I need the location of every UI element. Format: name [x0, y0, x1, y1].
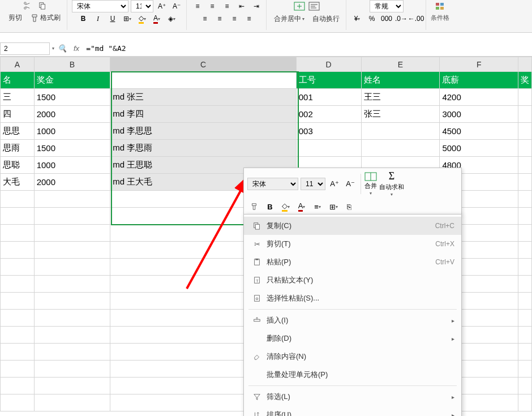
- svg-text:T: T: [256, 279, 259, 283]
- align-top-button[interactable]: ≡: [191, 0, 204, 12]
- menu-separator: [248, 309, 457, 310]
- svg-rect-4: [436, 3, 439, 6]
- menu-paste-special[interactable]: 选择性粘贴(S)...: [244, 289, 461, 307]
- menu-paste[interactable]: 粘贴(P) Ctrl+V: [244, 253, 461, 271]
- merge-center-button[interactable]: 合并居中▾: [271, 12, 307, 25]
- menu-batch[interactable]: 批量处理单元格(P): [244, 366, 461, 384]
- cell[interactable]: 工号: [296, 72, 361, 89]
- merge-icon[interactable]: [293, 0, 306, 12]
- increase-decimal-button[interactable]: ←.00: [410, 12, 422, 25]
- menu-clear[interactable]: 清除内容(N): [244, 348, 461, 366]
- menu-delete[interactable]: 删除(D) ▸: [244, 329, 461, 348]
- eraser-icon: [251, 353, 263, 361]
- menu-cut[interactable]: ✂ 剪切(T) Ctrl+X: [244, 235, 461, 253]
- align-bottom-button[interactable]: ≡: [221, 0, 233, 12]
- column-headers: A B C D E F: [1, 57, 532, 72]
- cell[interactable]: [110, 72, 296, 89]
- cut-icon: ✂: [251, 240, 263, 248]
- paste-icon: [251, 258, 263, 266]
- svg-point-18: [256, 298, 258, 300]
- percent-button[interactable]: %: [366, 12, 378, 25]
- col-head-F[interactable]: F: [440, 57, 518, 72]
- mini-decrease-font[interactable]: A⁻: [344, 178, 357, 190]
- mini-fill-color[interactable]: ◇▾: [279, 200, 293, 213]
- justify-button[interactable]: ≡: [243, 12, 255, 25]
- menu-sort[interactable]: 排序(U) ▸: [244, 406, 461, 416]
- mini-increase-font[interactable]: A⁺: [328, 178, 341, 190]
- alignment-group: ≡ ≡ ≡ ⇤ ⇥ ≡ ≡ ≡ ≡: [188, 0, 267, 30]
- align-center-button[interactable]: ≡: [213, 12, 226, 25]
- wrap-icon[interactable]: [308, 0, 320, 12]
- svg-rect-1: [41, 4, 45, 9]
- name-box[interactable]: [0, 42, 50, 55]
- mini-font-select[interactable]: 宋体: [247, 178, 298, 190]
- cell[interactable]: 奖金: [34, 72, 110, 89]
- align-middle-button[interactable]: ≡: [206, 0, 218, 12]
- cut-button[interactable]: [20, 0, 33, 11]
- mini-insert[interactable]: ⎘: [342, 200, 356, 213]
- conditional-format-label: 条件格: [431, 14, 449, 22]
- brush-icon: [250, 203, 258, 211]
- col-head-A[interactable]: A: [1, 57, 35, 72]
- menu-paste-text[interactable]: T 只粘贴文本(Y): [244, 271, 461, 289]
- font-name-select[interactable]: 宋体: [72, 0, 128, 12]
- chevron-right-icon: ▸: [452, 318, 454, 324]
- mini-align[interactable]: ≡▾: [311, 200, 324, 213]
- bold-button[interactable]: B: [77, 12, 89, 25]
- mini-merge-button[interactable]: 合并▾: [364, 172, 377, 196]
- decrease-font-button[interactable]: A⁻: [170, 0, 183, 12]
- svg-rect-12: [255, 224, 259, 229]
- wrap-text-button[interactable]: 自动换行: [310, 12, 342, 25]
- copy-button[interactable]: [36, 0, 49, 11]
- cut-label: 剪切: [6, 11, 25, 24]
- cell[interactable]: 名: [1, 72, 35, 89]
- cell[interactable]: 底薪: [440, 72, 518, 89]
- col-head-C[interactable]: C: [110, 57, 296, 72]
- menu-copy[interactable]: 复制(C) Ctrl+C: [244, 217, 461, 235]
- col-head-G[interactable]: [518, 57, 531, 72]
- menu-filter[interactable]: 筛选(L) ▸: [244, 388, 461, 406]
- mini-format-painter[interactable]: [247, 200, 261, 213]
- font-size-select[interactable]: 11: [131, 0, 153, 12]
- formula-bar: ▾ 🔍 fx: [0, 41, 532, 57]
- currency-button[interactable]: ¥▾: [351, 12, 363, 25]
- number-format-select[interactable]: 常规: [370, 0, 404, 12]
- table-row: 四2000md 李四002张三3000: [1, 106, 532, 123]
- mini-size-select[interactable]: 11: [301, 178, 325, 190]
- menu-insert[interactable]: 插入(I) ▸: [244, 311, 461, 329]
- col-head-E[interactable]: E: [361, 57, 440, 72]
- decrease-decimal-button[interactable]: .0→: [395, 12, 407, 25]
- insert-icon: [251, 316, 263, 324]
- svg-rect-19: [254, 319, 260, 321]
- mini-font-color[interactable]: A▾: [295, 200, 308, 213]
- merge-group: 合并居中▾ 自动换行: [268, 0, 346, 30]
- mini-autosum-button[interactable]: Σ 自动求和▾: [379, 170, 404, 197]
- formula-input[interactable]: [83, 42, 532, 54]
- merge-icon: [364, 172, 377, 181]
- font-color-button[interactable]: A▾: [151, 12, 163, 25]
- underline-button[interactable]: U: [106, 12, 119, 25]
- mini-bold[interactable]: B: [263, 200, 277, 213]
- svg-rect-17: [255, 295, 260, 302]
- fill-color-button[interactable]: ◇▾: [136, 12, 148, 25]
- indent-left-button[interactable]: ⇤: [235, 0, 248, 12]
- border-button[interactable]: ⊞▾: [121, 12, 134, 25]
- align-left-button[interactable]: ≡: [199, 12, 211, 25]
- ribbon-toolbar: 剪切 格式刷 宋体 11 A⁺ A⁻ B I U ⊞▾ ◇▾ A▾ ◈▾ ≡ ≡: [0, 0, 532, 33]
- fx-icon[interactable]: fx: [70, 44, 83, 53]
- increase-font-button[interactable]: A⁺: [156, 0, 168, 12]
- chevron-right-icon: ▸: [452, 412, 454, 417]
- comma-button[interactable]: 000: [380, 12, 393, 25]
- col-head-D[interactable]: D: [296, 57, 361, 72]
- mini-border[interactable]: ⊞▾: [327, 200, 340, 213]
- indent-right-button[interactable]: ⇥: [250, 0, 263, 12]
- format-painter-button[interactable]: 格式刷: [27, 11, 63, 24]
- zoom-icon[interactable]: 🔍: [54, 44, 70, 53]
- cell[interactable]: 奖: [518, 72, 531, 89]
- conditional-format-icon[interactable]: [434, 0, 447, 12]
- italic-button[interactable]: I: [92, 12, 104, 25]
- col-head-B[interactable]: B: [34, 57, 110, 72]
- align-right-button[interactable]: ≡: [228, 12, 241, 25]
- cell[interactable]: 姓名: [361, 72, 440, 89]
- effects-button[interactable]: ◈▾: [165, 12, 178, 25]
